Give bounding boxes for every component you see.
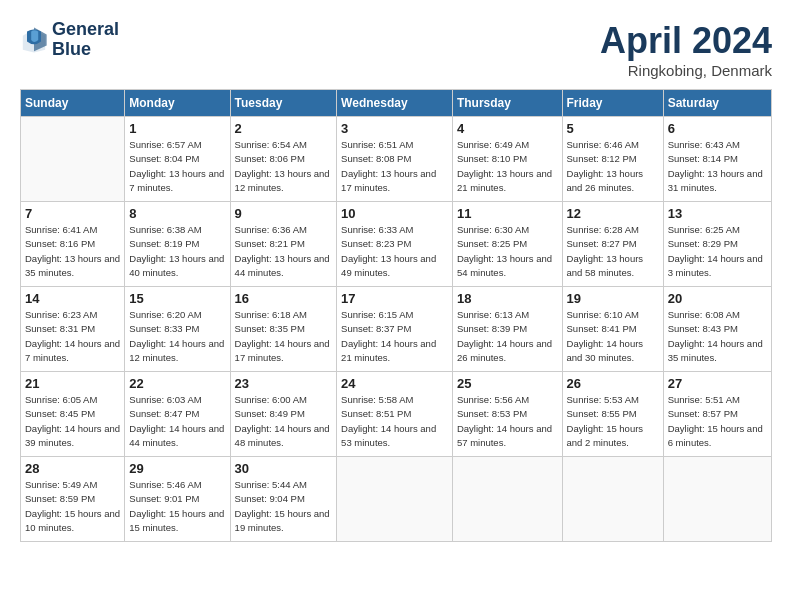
col-header-thursday: Thursday	[452, 90, 562, 117]
day-info: Sunrise: 6:30 AMSunset: 8:25 PMDaylight:…	[457, 223, 558, 280]
day-info: Sunrise: 6:36 AMSunset: 8:21 PMDaylight:…	[235, 223, 333, 280]
day-cell: 22 Sunrise: 6:03 AMSunset: 8:47 PMDaylig…	[125, 372, 230, 457]
day-cell: 18 Sunrise: 6:13 AMSunset: 8:39 PMDaylig…	[452, 287, 562, 372]
col-header-monday: Monday	[125, 90, 230, 117]
day-number: 19	[567, 291, 659, 306]
day-cell	[663, 457, 771, 542]
day-cell: 1 Sunrise: 6:57 AMSunset: 8:04 PMDayligh…	[125, 117, 230, 202]
day-number: 21	[25, 376, 120, 391]
day-cell: 7 Sunrise: 6:41 AMSunset: 8:16 PMDayligh…	[21, 202, 125, 287]
week-row-4: 21 Sunrise: 6:05 AMSunset: 8:45 PMDaylig…	[21, 372, 772, 457]
day-number: 28	[25, 461, 120, 476]
day-cell	[337, 457, 453, 542]
day-cell: 3 Sunrise: 6:51 AMSunset: 8:08 PMDayligh…	[337, 117, 453, 202]
col-header-friday: Friday	[562, 90, 663, 117]
day-number: 9	[235, 206, 333, 221]
day-number: 6	[668, 121, 767, 136]
logo: General Blue	[20, 20, 119, 60]
day-info: Sunrise: 6:13 AMSunset: 8:39 PMDaylight:…	[457, 308, 558, 365]
month-title: April 2024	[600, 20, 772, 62]
day-info: Sunrise: 5:51 AMSunset: 8:57 PMDaylight:…	[668, 393, 767, 450]
day-cell: 20 Sunrise: 6:08 AMSunset: 8:43 PMDaylig…	[663, 287, 771, 372]
day-number: 14	[25, 291, 120, 306]
day-info: Sunrise: 6:08 AMSunset: 8:43 PMDaylight:…	[668, 308, 767, 365]
day-cell: 12 Sunrise: 6:28 AMSunset: 8:27 PMDaylig…	[562, 202, 663, 287]
day-cell: 24 Sunrise: 5:58 AMSunset: 8:51 PMDaylig…	[337, 372, 453, 457]
day-number: 10	[341, 206, 448, 221]
day-cell: 2 Sunrise: 6:54 AMSunset: 8:06 PMDayligh…	[230, 117, 337, 202]
day-number: 12	[567, 206, 659, 221]
day-info: Sunrise: 6:33 AMSunset: 8:23 PMDaylight:…	[341, 223, 448, 280]
page-header: General Blue April 2024 Ringkobing, Denm…	[20, 20, 772, 79]
day-info: Sunrise: 6:54 AMSunset: 8:06 PMDaylight:…	[235, 138, 333, 195]
day-number: 22	[129, 376, 225, 391]
day-number: 5	[567, 121, 659, 136]
day-info: Sunrise: 5:56 AMSunset: 8:53 PMDaylight:…	[457, 393, 558, 450]
col-header-sunday: Sunday	[21, 90, 125, 117]
day-number: 25	[457, 376, 558, 391]
week-row-1: 1 Sunrise: 6:57 AMSunset: 8:04 PMDayligh…	[21, 117, 772, 202]
day-cell: 28 Sunrise: 5:49 AMSunset: 8:59 PMDaylig…	[21, 457, 125, 542]
day-cell: 14 Sunrise: 6:23 AMSunset: 8:31 PMDaylig…	[21, 287, 125, 372]
day-info: Sunrise: 6:49 AMSunset: 8:10 PMDaylight:…	[457, 138, 558, 195]
day-info: Sunrise: 6:41 AMSunset: 8:16 PMDaylight:…	[25, 223, 120, 280]
week-row-2: 7 Sunrise: 6:41 AMSunset: 8:16 PMDayligh…	[21, 202, 772, 287]
logo-icon	[20, 26, 48, 54]
day-number: 7	[25, 206, 120, 221]
day-info: Sunrise: 5:58 AMSunset: 8:51 PMDaylight:…	[341, 393, 448, 450]
col-header-tuesday: Tuesday	[230, 90, 337, 117]
day-number: 27	[668, 376, 767, 391]
day-cell	[21, 117, 125, 202]
day-number: 16	[235, 291, 333, 306]
day-number: 2	[235, 121, 333, 136]
day-info: Sunrise: 6:15 AMSunset: 8:37 PMDaylight:…	[341, 308, 448, 365]
day-info: Sunrise: 6:43 AMSunset: 8:14 PMDaylight:…	[668, 138, 767, 195]
day-number: 24	[341, 376, 448, 391]
day-cell: 23 Sunrise: 6:00 AMSunset: 8:49 PMDaylig…	[230, 372, 337, 457]
day-cell: 26 Sunrise: 5:53 AMSunset: 8:55 PMDaylig…	[562, 372, 663, 457]
day-number: 23	[235, 376, 333, 391]
day-number: 8	[129, 206, 225, 221]
day-info: Sunrise: 6:57 AMSunset: 8:04 PMDaylight:…	[129, 138, 225, 195]
day-info: Sunrise: 6:46 AMSunset: 8:12 PMDaylight:…	[567, 138, 659, 195]
day-cell: 17 Sunrise: 6:15 AMSunset: 8:37 PMDaylig…	[337, 287, 453, 372]
day-cell: 21 Sunrise: 6:05 AMSunset: 8:45 PMDaylig…	[21, 372, 125, 457]
day-cell: 15 Sunrise: 6:20 AMSunset: 8:33 PMDaylig…	[125, 287, 230, 372]
location-subtitle: Ringkobing, Denmark	[600, 62, 772, 79]
day-number: 20	[668, 291, 767, 306]
header-row: SundayMondayTuesdayWednesdayThursdayFrid…	[21, 90, 772, 117]
day-number: 30	[235, 461, 333, 476]
day-number: 13	[668, 206, 767, 221]
day-number: 17	[341, 291, 448, 306]
day-cell: 19 Sunrise: 6:10 AMSunset: 8:41 PMDaylig…	[562, 287, 663, 372]
day-info: Sunrise: 6:38 AMSunset: 8:19 PMDaylight:…	[129, 223, 225, 280]
day-info: Sunrise: 6:00 AMSunset: 8:49 PMDaylight:…	[235, 393, 333, 450]
day-cell: 25 Sunrise: 5:56 AMSunset: 8:53 PMDaylig…	[452, 372, 562, 457]
calendar-table: SundayMondayTuesdayWednesdayThursdayFrid…	[20, 89, 772, 542]
col-header-wednesday: Wednesday	[337, 90, 453, 117]
day-cell: 13 Sunrise: 6:25 AMSunset: 8:29 PMDaylig…	[663, 202, 771, 287]
week-row-3: 14 Sunrise: 6:23 AMSunset: 8:31 PMDaylig…	[21, 287, 772, 372]
day-number: 29	[129, 461, 225, 476]
day-number: 4	[457, 121, 558, 136]
day-cell: 8 Sunrise: 6:38 AMSunset: 8:19 PMDayligh…	[125, 202, 230, 287]
day-info: Sunrise: 6:25 AMSunset: 8:29 PMDaylight:…	[668, 223, 767, 280]
day-cell	[452, 457, 562, 542]
day-cell: 29 Sunrise: 5:46 AMSunset: 9:01 PMDaylig…	[125, 457, 230, 542]
day-info: Sunrise: 5:49 AMSunset: 8:59 PMDaylight:…	[25, 478, 120, 535]
day-info: Sunrise: 6:10 AMSunset: 8:41 PMDaylight:…	[567, 308, 659, 365]
day-cell: 11 Sunrise: 6:30 AMSunset: 8:25 PMDaylig…	[452, 202, 562, 287]
day-number: 15	[129, 291, 225, 306]
day-cell	[562, 457, 663, 542]
day-number: 1	[129, 121, 225, 136]
day-cell: 4 Sunrise: 6:49 AMSunset: 8:10 PMDayligh…	[452, 117, 562, 202]
day-info: Sunrise: 6:51 AMSunset: 8:08 PMDaylight:…	[341, 138, 448, 195]
day-number: 18	[457, 291, 558, 306]
day-cell: 10 Sunrise: 6:33 AMSunset: 8:23 PMDaylig…	[337, 202, 453, 287]
logo-text: General Blue	[52, 20, 119, 60]
day-info: Sunrise: 6:03 AMSunset: 8:47 PMDaylight:…	[129, 393, 225, 450]
day-info: Sunrise: 6:20 AMSunset: 8:33 PMDaylight:…	[129, 308, 225, 365]
col-header-saturday: Saturday	[663, 90, 771, 117]
day-info: Sunrise: 5:53 AMSunset: 8:55 PMDaylight:…	[567, 393, 659, 450]
day-cell: 9 Sunrise: 6:36 AMSunset: 8:21 PMDayligh…	[230, 202, 337, 287]
